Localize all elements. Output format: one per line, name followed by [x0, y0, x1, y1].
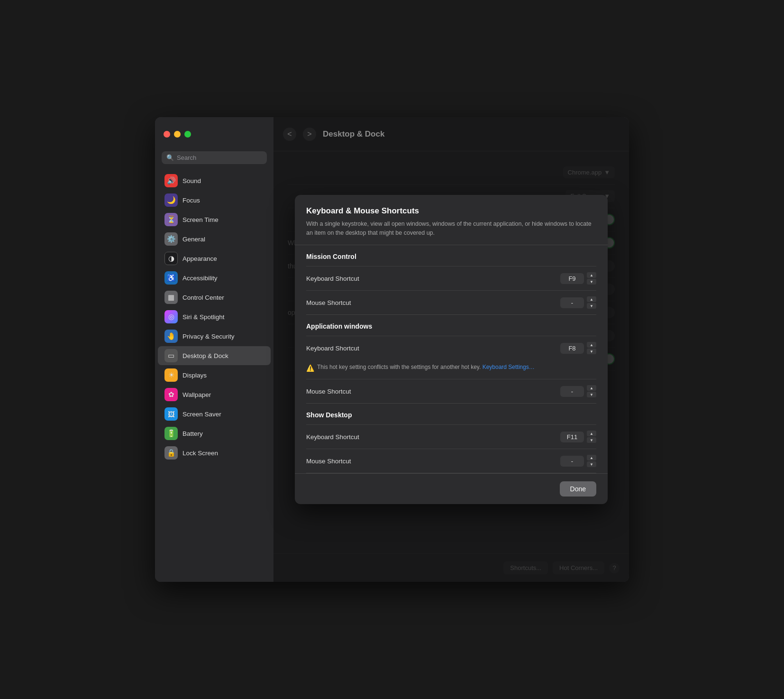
modal-header: Keyboard & Mouse Shortcuts With a single… — [295, 195, 608, 246]
sidebar-item-battery[interactable]: 🔋Battery — [158, 424, 271, 443]
appearance-icon: ◑ — [164, 252, 178, 265]
mc-keyboard-value-wrap: F9 ▲ ▼ — [560, 272, 596, 285]
minimize-button[interactable] — [174, 131, 181, 138]
showdesk-keyboard-value: F11 — [560, 432, 584, 442]
appwin-keyboard-label: Keyboard Shortcut — [306, 345, 359, 352]
showdesk-keyboard-stepper[interactable]: ▲ ▼ — [587, 431, 596, 443]
main-content-area: < > Desktop & Dock Chrome.app ▼ Full Scr… — [273, 117, 629, 582]
sidebar-item-label-focus: Focus — [182, 197, 200, 204]
keyboard-settings-link[interactable]: Keyboard Settings… — [483, 364, 535, 370]
showdesk-mouse-stepper-down[interactable]: ▼ — [587, 461, 596, 467]
wallpaper-icon: ✿ — [164, 388, 178, 401]
privacy-icon: 🤚 — [164, 330, 178, 343]
appwin-mouse-stepper-down[interactable]: ▼ — [587, 392, 596, 397]
appwin-mouse-value: - — [560, 386, 584, 397]
appwin-mouse-row: Mouse Shortcut - ▲ ▼ — [306, 379, 596, 403]
mc-keyboard-stepper[interactable]: ▲ ▼ — [587, 272, 596, 285]
mission-control-section: Mission Control Keyboard Shortcut F9 ▲ ▼ — [306, 245, 596, 315]
keyboard-mouse-shortcuts-modal: Keyboard & Mouse Shortcuts With a single… — [295, 195, 608, 505]
application-windows-section: Application windows Keyboard Shortcut F8… — [306, 315, 596, 404]
sidebar-item-controlcenter[interactable]: ▦Control Center — [158, 288, 271, 307]
sidebar-titlebar — [155, 117, 273, 151]
mc-keyboard-stepper-down[interactable]: ▼ — [587, 279, 596, 285]
search-icon: 🔍 — [166, 154, 174, 161]
mc-keyboard-value: F9 — [560, 273, 584, 284]
sidebar-item-screensaver[interactable]: 🖼Screen Saver — [158, 405, 271, 423]
modal-overlay: Keyboard & Mouse Shortcuts With a single… — [273, 117, 629, 582]
appwin-mouse-stepper-up[interactable]: ▲ — [587, 385, 596, 391]
mc-mouse-label: Mouse Shortcut — [306, 299, 351, 306]
appwin-keyboard-value-wrap: F8 ▲ ▼ — [560, 342, 596, 354]
sidebar-item-label-displays: Displays — [182, 372, 207, 379]
showdesk-keyboard-stepper-down[interactable]: ▼ — [587, 437, 596, 443]
sidebar-item-lockscreen[interactable]: 🔒Lock Screen — [158, 443, 271, 462]
showdesk-mouse-row: Mouse Shortcut - ▲ ▼ — [306, 449, 596, 473]
search-input-placeholder: Search — [177, 154, 196, 161]
sidebar-item-displays[interactable]: ☀Displays — [158, 366, 271, 385]
appwin-mouse-label: Mouse Shortcut — [306, 388, 351, 395]
sidebar-item-privacy[interactable]: 🤚Privacy & Security — [158, 327, 271, 346]
showdesk-keyboard-value-wrap: F11 ▲ ▼ — [560, 431, 596, 443]
mc-mouse-stepper-up[interactable]: ▲ — [587, 296, 596, 302]
sidebar-item-siri[interactable]: ◎Siri & Spotlight — [158, 307, 271, 326]
focus-icon: 🌙 — [164, 193, 178, 207]
modal-body: Mission Control Keyboard Shortcut F9 ▲ ▼ — [295, 245, 608, 473]
sidebar-item-label-sound: Sound — [182, 177, 201, 184]
main-window: 🔍 Search 🔊Sound🌙Focus⏳Screen Time⚙️Gener… — [155, 117, 629, 582]
sidebar-item-focus[interactable]: 🌙Focus — [158, 191, 271, 210]
appwin-keyboard-stepper[interactable]: ▲ ▼ — [587, 342, 596, 354]
showdesk-mouse-stepper[interactable]: ▲ ▼ — [587, 455, 596, 467]
appwin-keyboard-value: F8 — [560, 343, 584, 354]
controlcenter-icon: ▦ — [164, 291, 178, 304]
accessibility-icon: ♿ — [164, 271, 178, 285]
lockscreen-icon: 🔒 — [164, 446, 178, 460]
sidebar-item-appearance[interactable]: ◑Appearance — [158, 249, 271, 268]
sidebar-item-label-wallpaper: Wallpaper — [182, 391, 211, 398]
showdesk-keyboard-stepper-up[interactable]: ▲ — [587, 431, 596, 436]
done-button[interactable]: Done — [560, 481, 596, 497]
modal-title: Keyboard & Mouse Shortcuts — [306, 206, 596, 216]
sidebar-item-sound[interactable]: 🔊Sound — [158, 171, 271, 190]
showdesk-mouse-stepper-up[interactable]: ▲ — [587, 455, 596, 460]
siri-icon: ◎ — [164, 310, 178, 323]
sidebar-item-desktop[interactable]: ▭Desktop & Dock — [158, 346, 271, 365]
sidebar-item-wallpaper[interactable]: ✿Wallpaper — [158, 385, 271, 404]
showdesk-keyboard-label: Keyboard Shortcut — [306, 433, 359, 441]
appwin-mouse-stepper[interactable]: ▲ ▼ — [587, 385, 596, 397]
close-button[interactable] — [164, 131, 170, 138]
mc-keyboard-stepper-up[interactable]: ▲ — [587, 272, 596, 278]
showdesk-mouse-label: Mouse Shortcut — [306, 458, 351, 465]
sidebar-item-general[interactable]: ⚙️General — [158, 230, 271, 248]
sidebar-item-screentime[interactable]: ⏳Screen Time — [158, 210, 271, 229]
desktop-icon: ▭ — [164, 349, 178, 362]
general-icon: ⚙️ — [164, 232, 178, 246]
showdesk-keyboard-row: Keyboard Shortcut F11 ▲ ▼ — [306, 424, 596, 449]
mission-control-mouse-row: Mouse Shortcut - ▲ ▼ — [306, 290, 596, 314]
modal-footer: Done — [295, 473, 608, 504]
sidebar-item-label-siri: Siri & Spotlight — [182, 313, 225, 321]
displays-icon: ☀ — [164, 368, 178, 382]
appwin-keyboard-stepper-down[interactable]: ▼ — [587, 349, 596, 354]
mission-control-title: Mission Control — [306, 253, 596, 260]
mc-mouse-stepper[interactable]: ▲ ▼ — [587, 296, 596, 309]
battery-icon: 🔋 — [164, 427, 178, 440]
mc-mouse-stepper-down[interactable]: ▼ — [587, 303, 596, 309]
mc-mouse-value-wrap: - ▲ ▼ — [560, 296, 596, 309]
sidebar-item-label-battery: Battery — [182, 430, 203, 437]
sidebar-item-label-controlcenter: Control Center — [182, 294, 224, 301]
maximize-button[interactable] — [184, 131, 191, 138]
sidebar-item-label-accessibility: Accessibility — [182, 275, 218, 282]
appwin-keyboard-stepper-up[interactable]: ▲ — [587, 342, 596, 348]
sidebar-item-label-lockscreen: Lock Screen — [182, 450, 218, 457]
showdesk-mouse-value-wrap: - ▲ ▼ — [560, 455, 596, 467]
mc-mouse-value: - — [560, 297, 584, 308]
sidebar-item-accessibility[interactable]: ♿Accessibility — [158, 268, 271, 287]
mc-keyboard-label: Keyboard Shortcut — [306, 275, 359, 282]
sidebar: 🔍 Search 🔊Sound🌙Focus⏳Screen Time⚙️Gener… — [155, 117, 273, 582]
sidebar-item-label-privacy: Privacy & Security — [182, 333, 235, 340]
sidebar-item-label-general: General — [182, 236, 205, 243]
show-desktop-title: Show Desktop — [306, 411, 596, 419]
showdesk-mouse-value: - — [560, 456, 584, 467]
mission-control-keyboard-row: Keyboard Shortcut F9 ▲ ▼ — [306, 266, 596, 290]
search-bar[interactable]: 🔍 Search — [162, 151, 267, 164]
